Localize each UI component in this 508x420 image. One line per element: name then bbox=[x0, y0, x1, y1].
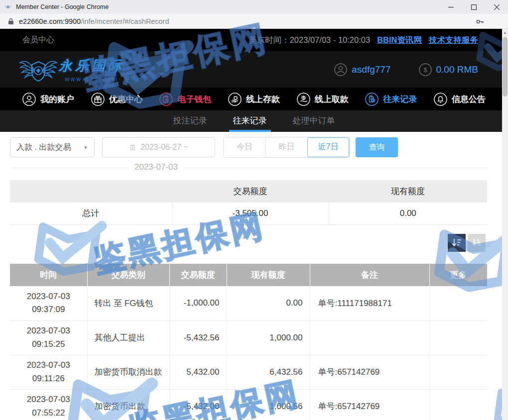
nav-label: 往来记录 bbox=[383, 94, 417, 105]
tab-transaction-records[interactable]: 往来记录 bbox=[232, 110, 268, 132]
row-time: 07:55:22 bbox=[32, 408, 65, 418]
table-row: 2023-07-0307:55:22 加密货币出款 -5,432.00 1,00… bbox=[10, 389, 487, 420]
summary-header-balance: 现有额度 bbox=[329, 180, 487, 203]
nav-e-wallet[interactable]: $ 电子钱包 bbox=[159, 93, 211, 106]
search-button[interactable]: 查询 bbox=[356, 137, 398, 157]
nav-promotions[interactable]: 优惠中心 bbox=[91, 93, 143, 106]
records-icon bbox=[365, 93, 379, 106]
tab-pending-orders[interactable]: 处理中订单 bbox=[292, 110, 336, 132]
cell-note: 单号:657142769 bbox=[310, 355, 429, 389]
sort-controls bbox=[448, 234, 486, 252]
balance-coin-icon: $ bbox=[419, 63, 432, 76]
nav-online-withdrawal[interactable]: $ 线上取款 bbox=[297, 93, 349, 106]
col-type: 交易类别 bbox=[87, 264, 169, 286]
sort-descending-button[interactable] bbox=[448, 234, 466, 252]
col-balance: 现有额度 bbox=[227, 264, 310, 286]
cell-note: 单号:657142769 bbox=[310, 389, 429, 420]
cell-type: 转出 至 FG钱包 bbox=[87, 286, 169, 320]
summary-header-amount: 交易额度 bbox=[172, 180, 329, 203]
transaction-type-select[interactable]: 入款 . 出款交易 ▼ bbox=[10, 137, 95, 157]
col-note: 备注 bbox=[310, 264, 429, 286]
user-icon bbox=[22, 93, 36, 106]
quick-date-group: 今日 昨日 近7日 bbox=[223, 137, 350, 158]
username: asdfg777 bbox=[352, 64, 390, 75]
nav-label: 我的账户 bbox=[40, 94, 74, 105]
sort-ascending-button[interactable] bbox=[468, 234, 486, 252]
scrollbar-thumb[interactable] bbox=[503, 37, 508, 97]
row-date: 2023-07-03 bbox=[27, 395, 70, 404]
summary-header-row: 交易额度 现有额度 bbox=[10, 180, 487, 203]
col-time: 时间 bbox=[10, 264, 87, 286]
transaction-type-value: 入款 . 出款交易 bbox=[16, 142, 71, 153]
nav-label: 线上存款 bbox=[246, 94, 280, 105]
date-range-picker[interactable]: 🗓 2023-06-27 ~ bbox=[102, 137, 215, 157]
row-time: 09:11:26 bbox=[32, 374, 65, 383]
cell-more bbox=[429, 320, 487, 355]
wallet-balance[interactable]: $ 0.00 RMB bbox=[419, 63, 478, 76]
records-table: 时间 交易类别 交易额度 现有额度 备注 更多 2023-07-0309:37:… bbox=[10, 264, 487, 420]
user-account[interactable]: asdfg777 bbox=[334, 63, 390, 76]
calendar-icon: 🗓 bbox=[129, 143, 136, 152]
site-name: 永乐国际 bbox=[59, 57, 125, 75]
minimize-button[interactable] bbox=[439, 0, 462, 14]
scroll-up-arrow-icon[interactable]: ▲ bbox=[502, 29, 508, 36]
cell-amount: -5,432.56 bbox=[169, 320, 227, 355]
site-favicon bbox=[4, 3, 12, 11]
nav-online-deposit[interactable]: 线上存款 bbox=[228, 93, 280, 106]
row-date: 2023-07-03 bbox=[27, 292, 70, 301]
col-amount: 交易额度 bbox=[169, 264, 227, 286]
balance-amount: 0.00 RMB bbox=[436, 64, 478, 75]
close-button[interactable] bbox=[485, 0, 508, 14]
chevron-down-icon: ▼ bbox=[83, 145, 88, 150]
url-text: e22660e.com:9900/infe/mcenter/#/cashReco… bbox=[19, 17, 169, 25]
bell-icon bbox=[434, 93, 447, 106]
cell-balance: 1,000.56 bbox=[227, 389, 310, 420]
summary-total-row: 总计 -3,505.00 0.00 bbox=[10, 203, 487, 224]
records-header-row: 时间 交易类别 交易额度 现有额度 备注 更多 bbox=[10, 264, 487, 286]
nav-label: 线上取款 bbox=[315, 94, 349, 105]
url-host: e22660e.com:9900 bbox=[19, 17, 81, 25]
cell-more bbox=[429, 355, 487, 389]
wallet-icon: $ bbox=[159, 93, 173, 106]
yesterday-button[interactable]: 昨日 bbox=[265, 137, 307, 157]
last7days-button[interactable]: 近7日 bbox=[307, 137, 349, 157]
svg-text:$: $ bbox=[423, 66, 427, 74]
nav-announcements[interactable]: 信息公告 bbox=[434, 93, 486, 106]
cell-amount: -5,432.00 bbox=[169, 389, 227, 420]
row-time: 09:37:09 bbox=[32, 305, 65, 314]
date-group-label: 2023-07-03 bbox=[127, 162, 185, 172]
maximize-button[interactable] bbox=[462, 0, 485, 14]
sort-ascending-icon bbox=[471, 237, 482, 248]
window-titlebar: Member Center - Google Chrome bbox=[0, 0, 508, 14]
record-tabs: 投注记录 往来记录 处理中订单 bbox=[0, 110, 508, 132]
nav-my-account[interactable]: 我的账户 bbox=[22, 93, 74, 106]
table-row: 2023-07-0309:15:25 其他人工提出 -5,432.56 1,00… bbox=[10, 320, 487, 355]
nav-transaction-records[interactable]: 往来记录 bbox=[365, 93, 417, 106]
date-range-value: 2023-06-27 ~ bbox=[140, 143, 188, 152]
cell-time: 2023-07-0307:55:22 bbox=[10, 389, 87, 420]
svg-text:$: $ bbox=[302, 96, 304, 100]
site-logo[interactable]: 永乐国际 www.629.com bbox=[19, 57, 125, 83]
nav-label: 优惠中心 bbox=[109, 94, 143, 105]
password-key-icon[interactable] bbox=[476, 17, 484, 26]
cell-balance: 1,000.00 bbox=[227, 320, 310, 355]
table-row: 2023-07-0309:11:26 加密货币取消出款 5,432.00 6,4… bbox=[10, 355, 487, 389]
summary-header-empty bbox=[10, 180, 172, 203]
today-button[interactable]: 今日 bbox=[224, 137, 265, 157]
nav-label: 信息公告 bbox=[452, 94, 486, 105]
tech-support-link[interactable]: 技术支持服务 bbox=[429, 35, 478, 46]
cell-time: 2023-07-0309:15:25 bbox=[10, 320, 87, 355]
bbin-news-link[interactable]: BBIN资讯网 bbox=[377, 35, 422, 46]
logo-wings-icon bbox=[19, 57, 58, 83]
address-bar[interactable]: e22660e.com:9900/infe/mcenter/#/cashReco… bbox=[0, 14, 508, 29]
ssl-lock-icon bbox=[8, 18, 14, 25]
tab-betting-records[interactable]: 投注记录 bbox=[172, 110, 208, 132]
table-row: 2023-07-0309:37:09 转出 至 FG钱包 -1,000.00 0… bbox=[10, 286, 487, 320]
withdraw-icon: $ bbox=[297, 93, 310, 106]
page-scrollbar[interactable]: ▲ bbox=[502, 29, 508, 420]
server-time: 美东时间：2023/07/03 - 10:20:03 bbox=[249, 35, 370, 46]
page-title: 会员中心 bbox=[22, 35, 54, 45]
cell-more bbox=[429, 286, 487, 320]
cell-type: 加密货币出款 bbox=[87, 389, 169, 420]
cell-type: 加密货币取消出款 bbox=[87, 355, 169, 389]
